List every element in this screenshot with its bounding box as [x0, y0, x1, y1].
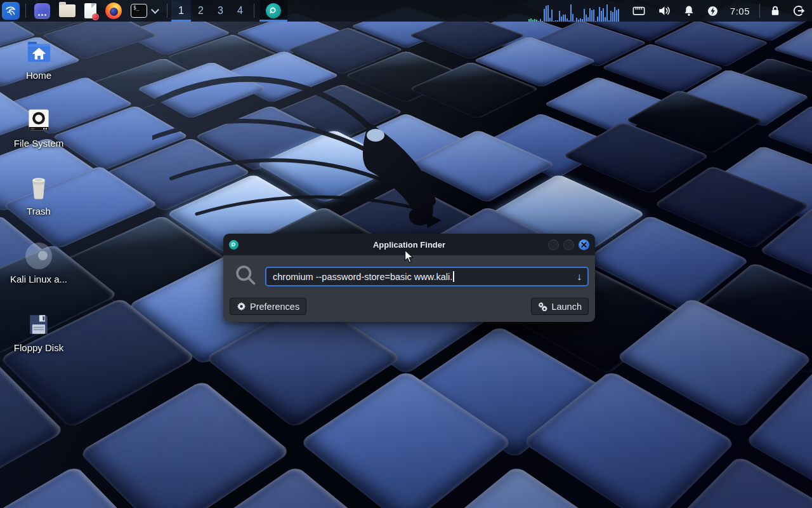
- power-manager-icon[interactable]: [707, 5, 719, 17]
- panel-separator: [759, 4, 760, 18]
- load-graph-bar: [610, 11, 612, 22]
- load-graph-bar: [597, 17, 598, 22]
- load-graph-bar: [561, 17, 562, 22]
- desktop-icon-filesystem[interactable]: File System: [3, 104, 74, 149]
- kali-logo-icon: [2, 2, 20, 20]
- applications-menu-button[interactable]: [0, 0, 22, 22]
- logout-icon[interactable]: [792, 4, 805, 17]
- load-graph-bar: [546, 6, 547, 22]
- text-caret: [453, 271, 454, 282]
- load-graph-bar: [595, 21, 596, 22]
- search-input[interactable]: chromium --password-store=basic www.kali…: [265, 267, 589, 286]
- load-graph-bar: [599, 7, 600, 22]
- load-graph-bar: [565, 15, 566, 22]
- folder-icon: [59, 4, 75, 17]
- terminal-icon: $_: [131, 4, 147, 18]
- load-graph-bar: [555, 20, 556, 22]
- load-graph-bar: [551, 10, 553, 22]
- desktop-icon-trash[interactable]: Trash: [3, 171, 74, 217]
- load-graph-bar: [557, 20, 558, 22]
- load-graph-bar: [616, 10, 617, 22]
- volume-icon[interactable]: [657, 4, 671, 17]
- desktop-icon-home[interactable]: Home: [3, 36, 74, 81]
- chevron-down-icon[interactable]: [151, 6, 159, 14]
- window-app-icon: [34, 3, 50, 19]
- launcher-text-editor[interactable]: [84, 0, 96, 22]
- load-graph-bar: [576, 18, 577, 22]
- history-dropdown-arrow-icon[interactable]: ↓: [577, 272, 582, 282]
- load-graph-bar: [606, 4, 608, 22]
- titlebar[interactable]: Application Finder: [223, 234, 595, 255]
- load-graph-bar: [553, 21, 554, 22]
- clock[interactable]: 7:05: [730, 6, 750, 17]
- search-icon: [234, 264, 258, 290]
- workspace-4[interactable]: 4: [230, 0, 250, 22]
- launcher-terminal[interactable]: $_: [131, 4, 160, 18]
- maximize-button[interactable]: [563, 239, 574, 250]
- load-graph-bar: [559, 11, 560, 22]
- system-load-graph[interactable]: [528, 3, 622, 22]
- document-edit-icon: [84, 3, 96, 18]
- load-graph-bar: [580, 18, 581, 22]
- firefox-icon: [105, 3, 122, 19]
- load-graph-bar: [608, 20, 610, 22]
- desktop-icon-floppy[interactable]: Floppy Disk: [3, 308, 74, 353]
- desktop-icon-kali-linux[interactable]: Kali Linux a...: [3, 239, 74, 284]
- gear-icon: [237, 302, 246, 311]
- load-graph-bar: [572, 14, 573, 22]
- kali-ghost-icon: [25, 239, 52, 272]
- workspace-2[interactable]: 2: [191, 0, 211, 22]
- load-graph-bar: [544, 9, 545, 22]
- search-input-value: chromium --password-store=basic www.kali…: [273, 272, 452, 282]
- load-graph-bar: [589, 8, 591, 22]
- window-title: Application Finder: [223, 240, 595, 250]
- close-icon: [581, 242, 587, 248]
- network-icon[interactable]: [632, 4, 646, 17]
- load-graph-bar: [582, 19, 583, 22]
- load-graph-bar: [549, 18, 551, 22]
- launcher-desktop-settings[interactable]: [34, 0, 50, 22]
- load-graph-bar: [547, 5, 549, 22]
- launch-button[interactable]: Launch: [531, 298, 589, 315]
- window-app-finder-icon: [229, 240, 239, 250]
- load-graph-bar: [618, 9, 619, 22]
- desktop-icon-label: File System: [14, 138, 63, 149]
- load-graph-bar: [530, 18, 532, 22]
- close-button[interactable]: [579, 239, 589, 250]
- load-graph-bar: [587, 17, 589, 22]
- minimize-button[interactable]: [548, 239, 559, 250]
- dialog-body: chromium --password-store=basic www.kali…: [223, 255, 595, 322]
- floppy-disk-icon: [25, 308, 53, 341]
- load-graph-bar: [534, 19, 535, 22]
- load-graph-bar: [578, 20, 579, 22]
- desktop-icon-label: Floppy Disk: [14, 342, 63, 353]
- load-graph-bar: [601, 11, 602, 22]
- load-graph-bar: [542, 21, 543, 22]
- preferences-button[interactable]: Preferences: [230, 298, 306, 315]
- launch-label: Launch: [551, 302, 582, 312]
- load-graph-bar: [568, 20, 570, 22]
- load-graph-bar: [603, 8, 604, 22]
- lock-screen-icon[interactable]: [769, 4, 781, 17]
- load-graph-bar: [528, 19, 530, 22]
- launcher-file-manager[interactable]: [59, 0, 75, 22]
- home-folder-icon: [24, 36, 53, 69]
- workspace-1[interactable]: 1: [171, 0, 191, 22]
- launcher-firefox[interactable]: [105, 0, 122, 22]
- trash-bin-icon: [25, 171, 53, 204]
- load-graph-bar: [532, 20, 534, 22]
- notifications-bell-icon[interactable]: [683, 4, 695, 17]
- load-graph-bar: [538, 21, 539, 22]
- load-graph-bar: [591, 10, 593, 22]
- load-graph-bar: [586, 15, 587, 22]
- load-graph-bar: [593, 10, 594, 22]
- load-graph-bar: [563, 15, 564, 22]
- workspace-3[interactable]: 3: [211, 0, 230, 22]
- launch-gears-icon: [538, 302, 547, 311]
- load-graph-bar: [605, 17, 606, 22]
- load-graph-bar: [574, 21, 575, 22]
- panel-separator: [167, 4, 167, 18]
- desktop-icon-label: Kali Linux a...: [10, 274, 67, 284]
- filesystem-drive-icon: [25, 104, 53, 137]
- taskbar-application-finder-button[interactable]: [259, 0, 287, 22]
